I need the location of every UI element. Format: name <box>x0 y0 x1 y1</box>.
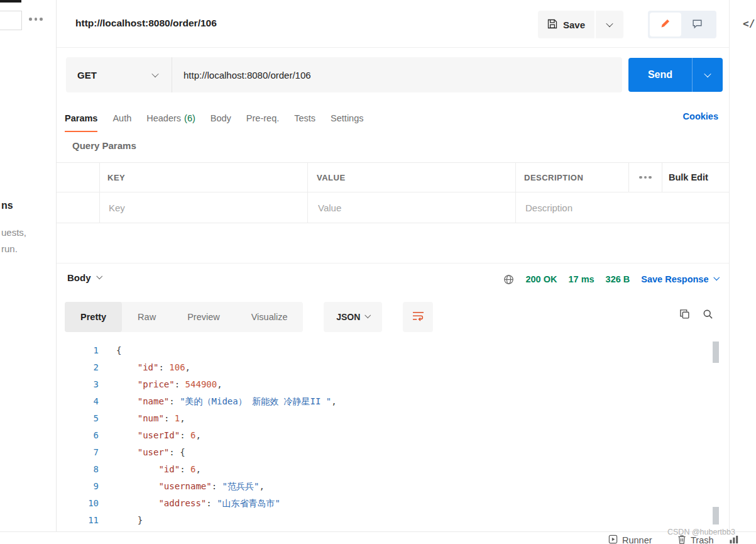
send-button-label: Send <box>648 69 672 80</box>
column-header-value: VALUE <box>317 173 346 182</box>
response-time[interactable]: 17 ms <box>568 274 594 284</box>
view-tab-pretty[interactable]: Pretty <box>65 302 122 332</box>
view-tab-visualize[interactable]: Visualize <box>236 302 304 332</box>
code-lines: { "id": 106, "price": 544900, "name": "美… <box>99 340 337 544</box>
chevron-down-icon <box>365 312 371 318</box>
chevron-down-icon <box>96 273 102 279</box>
response-toolbar: Pretty Raw Preview Visualize JSON <box>65 302 433 332</box>
wrap-lines-icon <box>412 311 425 324</box>
right-rail: </ <box>729 0 756 544</box>
sidebar-truncated-heading: ns <box>1 200 13 211</box>
pencil-icon <box>660 18 671 31</box>
code-gutter: 1234567891011 <box>57 340 99 544</box>
method-label: GET <box>77 70 97 80</box>
send-button[interactable]: Send <box>628 58 693 92</box>
sidebar-corner-box[interactable] <box>0 11 22 30</box>
request-header: http://localhost:8080/order/106 Save <box>57 0 729 48</box>
save-button-group: Save <box>538 11 623 38</box>
tab-tests[interactable]: Tests <box>294 104 315 132</box>
method-select[interactable]: GET <box>66 57 172 92</box>
sidebar-truncated-text-1: uests, <box>1 227 26 238</box>
watermark: CSDN @hubertbb3 <box>667 528 735 536</box>
params-checkbox-column <box>57 163 99 192</box>
params-more-options-icon[interactable] <box>628 163 662 192</box>
tab-headers[interactable]: Headers(6) <box>146 104 195 132</box>
request-title: http://localhost:8080/order/106 <box>75 18 217 29</box>
sidebar-truncated-text-2: run. <box>1 243 18 254</box>
param-key-input[interactable] <box>107 202 307 214</box>
save-options-button[interactable] <box>594 11 623 38</box>
bottom-status-bar: Runner Trash <box>0 531 756 544</box>
param-value-input[interactable] <box>317 202 515 214</box>
runner-button[interactable]: Runner <box>608 535 652 544</box>
main-panel: http://localhost:8080/order/106 Save <box>57 0 729 544</box>
format-label: JSON <box>336 312 360 322</box>
scrollbar-thumb[interactable] <box>713 341 719 363</box>
cookies-link[interactable]: Cookies <box>683 111 718 121</box>
chevron-down-icon <box>704 70 711 77</box>
param-description-input[interactable] <box>524 202 729 214</box>
view-tab-raw[interactable]: Raw <box>122 302 172 332</box>
response-view-switch: Pretty Raw Preview Visualize <box>65 302 303 332</box>
column-header-description: DESCRIPTION <box>524 173 583 182</box>
format-select[interactable]: JSON <box>324 302 382 332</box>
copy-icon[interactable] <box>679 309 690 319</box>
headers-count-badge: (6) <box>184 113 195 123</box>
tab-body[interactable]: Body <box>211 104 231 132</box>
response-actions <box>679 309 713 319</box>
console-icon[interactable]: </ <box>743 18 755 30</box>
wrap-lines-button[interactable] <box>403 302 433 332</box>
query-params-table: KEY VALUE DESCRIPTION Bulk Edit <box>57 162 729 223</box>
save-response-button[interactable]: Save Response <box>641 274 718 284</box>
send-button-group: Send <box>628 58 723 92</box>
send-options-button[interactable] <box>693 58 723 92</box>
url-input[interactable] <box>172 70 622 80</box>
chevron-down-icon <box>606 20 613 27</box>
chevron-down-icon <box>151 70 158 77</box>
scrollbar-thumb[interactable] <box>713 507 719 525</box>
save-icon <box>547 19 557 31</box>
response-divider <box>57 263 729 264</box>
network-globe-icon[interactable] <box>503 274 514 285</box>
tab-auth[interactable]: Auth <box>112 104 131 132</box>
left-sidebar: ns uests, run. <box>0 0 57 544</box>
status-badge[interactable]: 200 OK <box>525 274 557 284</box>
response-body-dropdown[interactable]: Body <box>67 272 101 283</box>
params-header-row: KEY VALUE DESCRIPTION Bulk Edit <box>57 162 729 192</box>
save-button[interactable]: Save <box>538 11 594 38</box>
view-tab-preview[interactable]: Preview <box>172 302 236 332</box>
comment-button[interactable] <box>681 13 713 36</box>
response-size[interactable]: 326 B <box>606 274 630 284</box>
tab-params[interactable]: Params <box>65 104 97 132</box>
tab-settings[interactable]: Settings <box>331 104 363 132</box>
active-tab-marker <box>0 0 21 3</box>
more-options-icon[interactable] <box>29 18 43 21</box>
search-icon[interactable] <box>703 309 713 319</box>
response-meta: 200 OK 17 ms 326 B Save Response <box>503 272 718 286</box>
edit-comment-group <box>648 11 716 38</box>
column-header-key: KEY <box>107 173 125 182</box>
comment-icon <box>692 18 703 31</box>
request-tabs: Params Auth Headers(6) Body Pre-req. Tes… <box>65 104 364 132</box>
edit-button[interactable] <box>650 13 681 36</box>
response-code-viewer[interactable]: 1234567891011 { "id": 106, "price": 5449… <box>57 340 729 544</box>
chevron-down-icon <box>713 274 719 280</box>
response-body-label: Body <box>67 272 91 283</box>
params-input-row <box>57 192 729 223</box>
url-field <box>172 57 622 92</box>
tab-prereq[interactable]: Pre-req. <box>246 104 279 132</box>
save-button-label: Save <box>563 19 585 30</box>
bulk-edit-button[interactable]: Bulk Edit <box>669 172 708 182</box>
runner-icon <box>608 535 618 544</box>
query-params-title: Query Params <box>72 140 136 151</box>
